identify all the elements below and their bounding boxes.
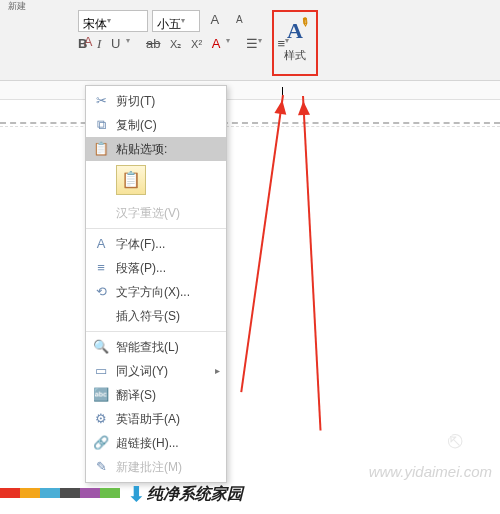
search-icon: 🔍 — [92, 335, 110, 359]
menu-separator — [86, 331, 226, 332]
footer-logo-icon: ⬇ — [128, 483, 145, 505]
annotation-arrow — [240, 95, 284, 392]
clipboard-icon: 📋 — [92, 137, 110, 161]
annotation-arrow — [302, 96, 322, 431]
subscript-button[interactable]: X₂ — [170, 38, 181, 51]
comment-icon: ✎ — [92, 455, 110, 479]
paragraph-icon: ≡ — [92, 256, 110, 280]
ribbon-top-fragment: 新建 — [0, 0, 500, 10]
menu-translate[interactable]: 🔤翻译(S) — [86, 383, 226, 407]
font-name-combo[interactable]: 宋体▾ — [78, 10, 148, 32]
shrink-font-button[interactable]: A — [230, 11, 248, 29]
paste-options-row: 📋 — [86, 161, 226, 201]
pagebreak-icon: ⎋ — [448, 426, 462, 454]
menu-hyperlink[interactable]: 🔗超链接(H)... — [86, 431, 226, 455]
context-menu: ✂剪切(T) ⧉复制(C) 📋粘贴选项: 📋 汉字重选(V) A字体(F)...… — [85, 85, 227, 483]
ruler[interactable] — [0, 81, 500, 100]
menu-insert-symbol[interactable]: 插入符号(S) — [86, 304, 226, 328]
styles-button[interactable]: A✎ 样式 — [272, 10, 318, 76]
bullets-button[interactable]: ☰▾ — [246, 36, 268, 51]
section-dashed-line — [0, 122, 500, 124]
menu-synonyms[interactable]: ▭同义词(Y)▸ — [86, 359, 226, 383]
menu-font[interactable]: A字体(F)... — [86, 232, 226, 256]
menu-cut[interactable]: ✂剪切(T) — [86, 89, 226, 113]
menu-smart-lookup[interactable]: 🔍智能查找(L) — [86, 335, 226, 359]
bold-button[interactable]: B — [78, 36, 87, 51]
menu-paste-options-header: 📋粘贴选项: — [86, 137, 226, 161]
menu-english-assistant[interactable]: ⚙英语助手(A) — [86, 407, 226, 431]
menu-copy[interactable]: ⧉复制(C) — [86, 113, 226, 137]
scissors-icon: ✂ — [92, 89, 110, 113]
strike-button[interactable]: ab — [146, 36, 160, 51]
styles-icon: A✎ — [287, 18, 303, 44]
menu-paragraph[interactable]: ≡段落(P)... — [86, 256, 226, 280]
book-icon: ▭ — [92, 359, 110, 383]
menu-text-direction[interactable]: ⟲文字方向(X)... — [86, 280, 226, 304]
italic-button[interactable]: I — [97, 36, 101, 52]
menu-cjk-reselect: 汉字重选(V) — [86, 201, 226, 225]
ribbon: 新建 宋体▾ 小五▾ A A A B I U▾ ab X₂ X² A▾ ☰▾ ≡… — [0, 0, 500, 81]
assistant-icon: ⚙ — [92, 407, 110, 431]
watermark-url: www.yidaimei.com — [369, 463, 492, 480]
underline-button[interactable]: U▾ — [111, 36, 136, 51]
footer-color-stripe — [0, 488, 120, 498]
font-icon: A — [92, 232, 110, 256]
translate-icon: 🔤 — [92, 383, 110, 407]
grow-font-button[interactable]: A — [206, 11, 224, 29]
footer-brand: ⬇纯净系统家园 — [128, 482, 243, 506]
font-size-combo[interactable]: 小五▾ — [152, 10, 200, 32]
styles-label: 样式 — [274, 48, 316, 63]
superscript-button[interactable]: X² — [191, 38, 202, 50]
menu-separator — [86, 228, 226, 229]
font-color-button[interactable]: A▾ — [212, 36, 237, 51]
link-icon: 🔗 — [92, 431, 110, 455]
menu-new-comment: ✎新建批注(M) — [86, 455, 226, 479]
submenu-icon: ▸ — [215, 359, 220, 383]
paste-keep-source-button[interactable]: 📋 — [116, 165, 146, 195]
text-direction-icon: ⟲ — [92, 280, 110, 304]
copy-icon: ⧉ — [92, 113, 110, 137]
section-dashed-line-2 — [0, 126, 500, 127]
format-row: B I U▾ ab X₂ X² A▾ ☰▾ ≡▾ — [78, 36, 301, 52]
